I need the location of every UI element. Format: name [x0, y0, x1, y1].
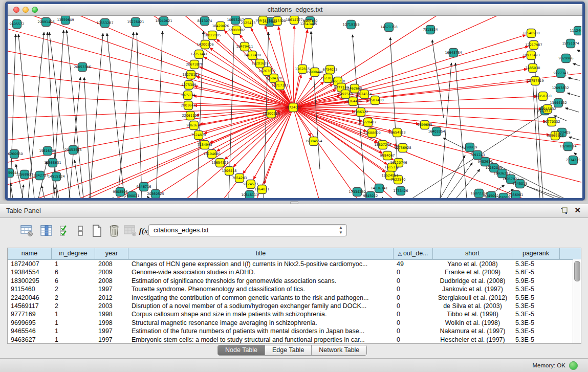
graph-node-label: 9508506 [113, 190, 128, 194]
column-header-name[interactable]: name [8, 248, 52, 259]
graph-node-label: 2803661 [181, 103, 196, 107]
graph-edge-black [10, 183, 13, 198]
cell-in_degree: 6 [52, 268, 95, 276]
cell-in_degree: 2 [52, 294, 95, 302]
column-header-pagerank[interactable]: pagerank [512, 248, 560, 259]
graph-node-label: 7154943 [198, 143, 212, 147]
graph-node-label: 20053505 [64, 148, 81, 152]
graph-node-label: 15616709 [39, 149, 56, 153]
delete-attributes-trash-icon[interactable] [106, 223, 122, 238]
cell-pagerank: 5.3E-5 [512, 260, 560, 268]
graph-node-label: 9356981 [509, 193, 524, 197]
graph-node-label: 12057921 [502, 177, 519, 181]
cell-year: 1997 [95, 327, 128, 335]
status-bar: Memory: OK [0, 358, 588, 372]
select-columns-check-icon[interactable] [57, 223, 73, 238]
graph-node-label: 9329966 [559, 56, 574, 60]
show-rows-icon[interactable] [73, 223, 88, 238]
tab-edge-table[interactable]: Edge Table [265, 345, 312, 355]
cell-pagerank: 5.6E-5 [512, 268, 560, 276]
column-header-title[interactable]: title [128, 248, 394, 259]
cell-title: Disruption of a novel member of a sodium… [128, 302, 394, 310]
column-header-in_degree[interactable]: in_degree [52, 248, 95, 259]
cell-out_degree: 0 [394, 277, 433, 285]
graph-node-label: 10688609 [363, 131, 380, 135]
cell-in_degree: 1 [52, 310, 95, 318]
network-canvas[interactable]: 9405572208914061355964910553287152760211… [8, 16, 581, 198]
graph-node-label: 9861618 [187, 123, 202, 127]
float-panel-icon[interactable] [560, 207, 568, 214]
graph-node-label: 18807249 [374, 143, 391, 147]
table-row[interactable]: 946362711997Embryonic stem cells: a mode… [8, 336, 581, 344]
cell-year: 1997 [95, 336, 128, 344]
vertical-scrollbar[interactable] [573, 259, 581, 343]
graph-node-label: 15584328 [265, 76, 282, 80]
network-view-window[interactable]: citations_edges.txt 94055722089140613559… [5, 2, 585, 201]
graph-edge-red [293, 107, 546, 121]
cell-short: Wolkin et al. (1998) [433, 319, 512, 327]
graph-node-label: 15945832 [539, 107, 556, 111]
graph-edge-black [568, 78, 580, 80]
tab-node-table[interactable]: Node Table [218, 345, 265, 355]
table-row[interactable]: 977716911998Corpus callosum shape and si… [8, 310, 581, 318]
network-canvas-svg: 9405572208914061355964910553287152760211… [8, 16, 581, 198]
new-table-icon[interactable] [89, 223, 104, 238]
table-row[interactable]: 1830029562008Estimation of significance … [8, 277, 581, 285]
table-settings-icon[interactable] [19, 223, 35, 238]
graph-node-label: 18757519 [527, 79, 543, 83]
graph-node-label: 11548908 [522, 31, 539, 35]
graph-node-label: 9245015 [513, 182, 528, 186]
graph-node-label: 8813074 [198, 19, 212, 23]
graph-node-label: 2125423 [241, 21, 256, 25]
graph-node-label: 7986322 [354, 110, 368, 114]
table-row[interactable]: 911546021997Tourette syndrome. Phenomeno… [8, 285, 581, 293]
graph-edge-red [8, 26, 293, 107]
graph-edge-black [90, 33, 103, 198]
graph-node-label: 9699695 [418, 123, 432, 127]
sort-ascending-icon: △ [398, 251, 403, 256]
table-row[interactable]: 2242004622012Investigating the contribut… [8, 294, 581, 302]
table-row[interactable]: 1872400712008Changes of HCN gene express… [8, 260, 581, 268]
cell-pagerank: 5.3E-5 [512, 310, 560, 318]
table-row[interactable]: 1456911722003Disruption of a novel membe… [8, 302, 581, 310]
column-selector-icon[interactable] [39, 223, 54, 238]
graph-edge-black [568, 93, 580, 97]
table-row[interactable]: 969969511998Structural magnetic resonanc… [8, 319, 581, 327]
graph-node-label: 9346716 [137, 185, 151, 189]
cell-short: Jankovic et al. (1997) [433, 285, 512, 293]
close-panel-icon[interactable]: ✕ [574, 206, 581, 215]
graph-node-label: 11568637 [16, 172, 33, 177]
graph-node-label: 6798919 [463, 145, 477, 149]
cell-short: Nakamura et al. (1997) [433, 327, 512, 335]
graph-node-label: 19654923 [388, 130, 405, 135]
application-window: citations_edges.txt 94055722089140613559… [0, 0, 588, 372]
cell-year: 1998 [95, 319, 128, 327]
table-row[interactable]: 946554611997Estimation of the future num… [8, 327, 581, 335]
graph-node-label: 7462660 [347, 86, 362, 91]
scrollbar-thumb[interactable] [574, 261, 580, 281]
column-header-year[interactable]: year [95, 248, 128, 259]
graph-node-label: 13444132 [550, 101, 567, 105]
cell-title: Investigating the contribution of common… [128, 294, 394, 302]
table-row[interactable]: 1938455462009Genome-wide association stu… [8, 268, 581, 276]
graph-node-label: 16263832 [258, 69, 275, 73]
graph-node-label: 19756928 [394, 146, 411, 150]
column-header-out_degree[interactable]: △ out_de... [394, 248, 433, 259]
graph-node-label: 14612409 [244, 53, 260, 57]
graph-node-label: 3315904 [8, 171, 16, 175]
network-window-titlebar[interactable]: citations_edges.txt [8, 4, 582, 16]
graph-node-label: 15524851 [381, 173, 398, 178]
dropdown-arrows-icon: ▲▼ [339, 225, 343, 235]
graph-node-label: 1733426 [394, 189, 408, 193]
graph-node-label: 16648784 [445, 51, 462, 55]
cell-out_degree: 0 [394, 319, 433, 327]
column-header-short[interactable]: short [433, 248, 512, 259]
table-selector-dropdown[interactable]: citations_edges.txt ▲▼ [148, 224, 347, 236]
tab-network-table[interactable]: Network Table [312, 345, 366, 355]
cell-year: 2009 [95, 268, 128, 276]
graph-node-label: 4275309 [182, 83, 197, 87]
graph-node-label: 20360525 [147, 192, 164, 196]
graph-node-label: 7691243 [470, 153, 485, 157]
graph-edge-red [293, 16, 468, 107]
column-header-label: year [105, 250, 118, 257]
